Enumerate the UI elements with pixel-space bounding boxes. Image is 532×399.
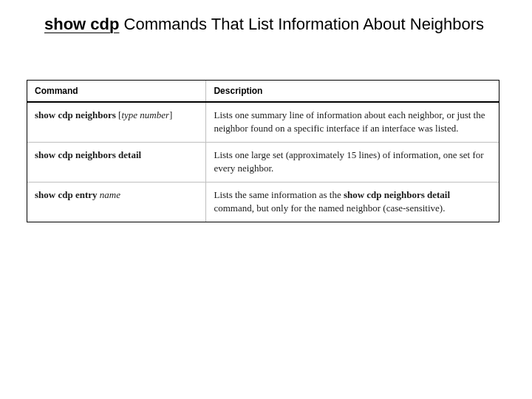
description-post: command, but only for the named neighbor… bbox=[214, 202, 445, 214]
command-argument: type number bbox=[121, 109, 169, 120]
table-header-row: Command Description bbox=[27, 81, 499, 103]
command-bold: show cdp neighbors detail bbox=[35, 149, 141, 160]
title-command-name: show cdp bbox=[44, 15, 119, 33]
commands-table: Command Description show cdp neighbors [… bbox=[27, 80, 499, 222]
table-row: show cdp neighbors detail Lists one larg… bbox=[27, 143, 499, 183]
description-pre: Lists the same information as the bbox=[214, 189, 343, 200]
cell-description: Lists one summary line of information ab… bbox=[206, 103, 499, 142]
header-description: Description bbox=[206, 81, 499, 101]
table-row: show cdp neighbors [type number] Lists o… bbox=[27, 103, 499, 143]
command-bold: show cdp entry bbox=[35, 189, 98, 200]
cell-command: show cdp neighbors [type number] bbox=[27, 103, 206, 142]
description-bold-command: show cdp neighbors detail bbox=[344, 189, 450, 200]
cell-command: show cdp neighbors detail bbox=[27, 143, 206, 182]
header-command: Command bbox=[27, 81, 206, 101]
command-bold: show cdp neighbors bbox=[35, 109, 116, 120]
cell-command: show cdp entry name bbox=[27, 183, 206, 222]
cell-description: Lists one large set (approximately 15 li… bbox=[206, 143, 499, 182]
page-title: show cdp Commands That List Information … bbox=[44, 15, 502, 34]
title-rest: Commands That List Information About Nei… bbox=[119, 15, 484, 33]
cell-description: Lists the same information as the show c… bbox=[206, 183, 499, 222]
command-bracket-close: ] bbox=[169, 109, 172, 120]
page: show cdp Commands That List Information … bbox=[0, 0, 532, 399]
table-row: show cdp entry name Lists the same infor… bbox=[27, 183, 499, 222]
command-argument: name bbox=[100, 189, 120, 200]
